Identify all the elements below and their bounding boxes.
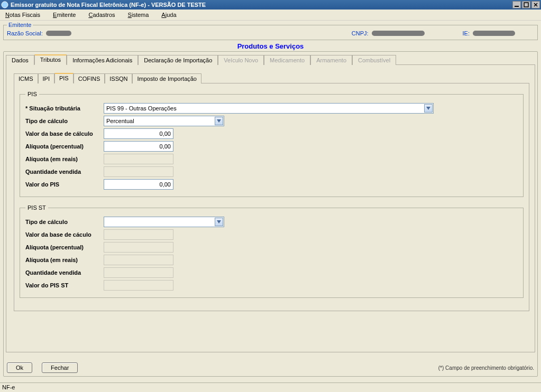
valor-pis-input[interactable]: 0,00	[104, 179, 173, 190]
situacao-tributaria-value: PIS 99 - Outras Operações	[106, 105, 177, 111]
pis-st-legend: PIS ST	[25, 204, 48, 211]
tab-armamento: Armamento	[310, 55, 352, 65]
title-bar: Emissor gratuito de Nota Fiscal Eletrôni…	[0, 0, 541, 10]
razao-social-value	[46, 31, 71, 36]
menu-emitente[interactable]: Emitente	[50, 11, 79, 19]
st-aliquota-percentual-label: Alíquota (percentual)	[25, 244, 104, 250]
quantidade-vendida-input	[104, 166, 173, 177]
quantidade-vendida-label: Quantidade vendida	[25, 169, 104, 175]
bottom-row: Ok Fechar (*) Campo de preenchimento obr…	[7, 362, 534, 373]
status-bar: NF-e	[0, 382, 541, 392]
cnpj-value	[372, 31, 425, 36]
aliquota-percentual-label: Alíquota (percentual)	[25, 143, 104, 150]
aliquota-reais-label: Alíquota (em reais)	[25, 156, 104, 162]
st-base-calculo-input	[104, 229, 173, 240]
ie-value	[473, 31, 515, 36]
st-quantidade-vendida-label: Quantidade vendida	[25, 269, 104, 276]
minimize-button[interactable]	[512, 1, 521, 8]
menu-sistema[interactable]: Sistema	[125, 11, 152, 19]
st-valor-pis-label: Valor do PIS ST	[25, 282, 104, 288]
close-button[interactable]	[531, 1, 540, 8]
st-aliquota-reais-input	[104, 255, 173, 265]
subtab-cofins[interactable]: COFINS	[74, 73, 105, 83]
main-panel: Dados Tributos Informações Adicionais De…	[3, 51, 538, 377]
tab-veiculo-novo: Veículo Novo	[218, 55, 264, 65]
tab-info-adicionais[interactable]: Informações Adicionais	[67, 55, 138, 65]
svg-rect-1	[515, 6, 519, 7]
section-title: Produtos e Serviços	[0, 40, 541, 51]
subtab-imposto-importacao[interactable]: Imposto de Importação	[132, 73, 201, 83]
svg-point-0	[2, 2, 8, 8]
aliquota-reais-input	[104, 154, 173, 164]
cnpj-label: CNPJ:	[352, 30, 369, 36]
subtab-ipi[interactable]: IPI	[38, 73, 54, 83]
subtab-icms[interactable]: ICMS	[14, 73, 38, 83]
tipo-calculo-label: Tipo de cálculo	[25, 118, 104, 124]
subtab-issqn[interactable]: ISSQN	[105, 73, 132, 83]
st-tipo-calculo-label: Tipo de cálculo	[25, 219, 104, 225]
situacao-tributaria-label: * Situação tributária	[25, 105, 104, 111]
menu-bar: Notas Fiscais Emitente Cadastros Sistema…	[0, 10, 541, 21]
tipo-calculo-select[interactable]: Percentual	[104, 116, 224, 126]
chevron-down-icon[interactable]	[215, 117, 223, 125]
emitente-group: Emitente Razão Social: CNPJ: IE:	[3, 22, 538, 40]
app-icon	[1, 1, 8, 8]
subtabs-row: ICMS IPI PIS COFINS ISSQN Imposto de Imp…	[14, 72, 529, 83]
subtab-body-pis: PIS * Situação tributária PIS 99 - Outra…	[14, 83, 529, 311]
st-valor-pis-input	[104, 280, 173, 291]
ie-label: IE:	[463, 30, 470, 36]
status-text: NF-e	[2, 384, 15, 390]
menu-ajuda[interactable]: Ajuda	[158, 11, 179, 19]
razao-social-label: Razão Social:	[7, 30, 43, 36]
tab-dados[interactable]: Dados	[6, 55, 34, 65]
aliquota-percentual-input[interactable]: 0,00	[104, 141, 173, 152]
chevron-down-icon[interactable]	[424, 104, 433, 113]
base-calculo-label: Valor da base de cálculo	[25, 130, 104, 137]
tab-medicamento: Medicamento	[264, 55, 310, 65]
base-calculo-input[interactable]: 0,00	[104, 128, 173, 139]
situacao-tributaria-select[interactable]: PIS 99 - Outras Operações	[104, 103, 434, 114]
st-base-calculo-label: Valor da base de cáculo	[25, 231, 104, 238]
chevron-down-icon[interactable]	[215, 218, 223, 226]
st-tipo-calculo-select[interactable]	[104, 217, 224, 227]
subtab-pis[interactable]: PIS	[54, 73, 74, 83]
tipo-calculo-value: Percentual	[106, 118, 134, 124]
ok-button[interactable]: Ok	[7, 362, 32, 373]
menu-notas-fiscais[interactable]: Notas Fiscais	[2, 11, 43, 19]
tab-combustivel: Combustível	[352, 55, 396, 65]
window-title: Emissor gratuito de Nota Fiscal Eletrôni…	[11, 2, 511, 8]
emitente-legend: Emitente	[7, 22, 33, 28]
fechar-button[interactable]: Fechar	[42, 362, 78, 373]
menu-cadastros[interactable]: Cadastros	[85, 11, 118, 19]
pis-group: PIS * Situação tributária PIS 99 - Outra…	[20, 91, 524, 197]
st-quantidade-vendida-input	[104, 267, 173, 278]
pis-legend: PIS	[25, 91, 39, 97]
required-note: (*) Campo de preenchimento obrigatório.	[438, 365, 534, 371]
maximize-button[interactable]	[522, 1, 530, 8]
st-aliquota-percentual-input	[104, 242, 173, 253]
pis-st-group: PIS ST Tipo de cálculo Valor da base de …	[20, 204, 524, 298]
tab-tributos[interactable]: Tributos	[34, 54, 67, 65]
st-aliquota-reais-label: Alíquota (em reais)	[25, 257, 104, 263]
tabs-row: Dados Tributos Informações Adicionais De…	[6, 54, 535, 65]
valor-pis-label: Valor do PIS	[25, 181, 104, 188]
tab-declaracao-importacao[interactable]: Declaração de Importação	[138, 55, 218, 65]
svg-rect-2	[524, 3, 528, 7]
tab-body-tributos: ICMS IPI PIS COFINS ISSQN Imposto de Imp…	[6, 65, 535, 352]
